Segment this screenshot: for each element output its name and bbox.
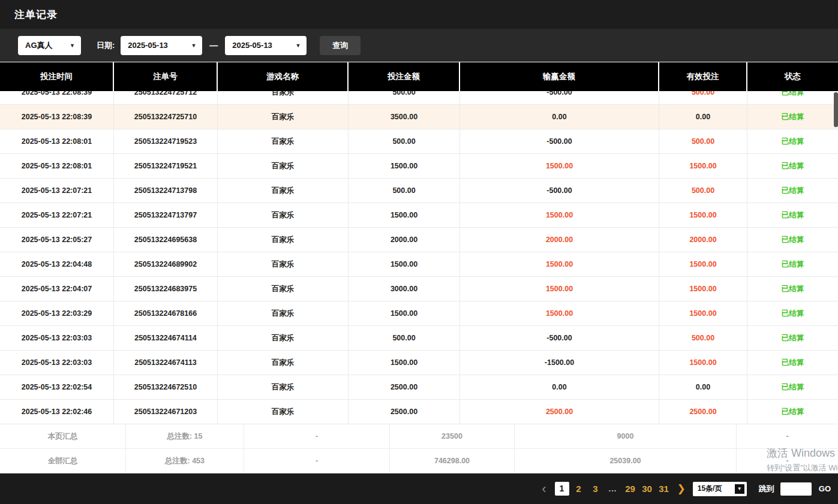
cell-order-no: 250513224674113 [114, 351, 218, 375]
jump-page-input[interactable] [780, 482, 812, 496]
cell-status: 已结算 [747, 375, 838, 399]
cell-game-name: 百家乐 [218, 179, 349, 203]
cell-bet-time: 2025-05-13 22:03:29 [0, 301, 114, 325]
summary-page-bet-total: 23500 [390, 424, 515, 448]
page-button-3[interactable]: 3 [588, 484, 603, 494]
table-row: 2025-05-13 22:02:46 250513224671203 百家乐 … [0, 400, 838, 424]
cell-status: 已结算 [747, 228, 838, 252]
cell-bet-amount: 3500.00 [349, 105, 460, 129]
date-from-select[interactable]: 2025-05-13 ▼ [121, 36, 202, 55]
cell-order-no: 250513224695638 [114, 228, 218, 252]
table-row: 2025-05-13 22:07:21 250513224713798 百家乐 … [0, 179, 838, 203]
table-row: 2025-05-13 22:04:48 250513224689902 百家乐 … [0, 252, 838, 277]
cell-status: 已结算 [747, 154, 838, 178]
cell-status: 已结算 [747, 326, 838, 350]
cell-bet-time: 2025-05-13 22:03:03 [0, 326, 114, 350]
cell-status: 已结算 [747, 203, 838, 227]
page-title: 注单记录 [14, 8, 58, 22]
cell-status: 已结算 [747, 252, 838, 276]
cell-bet-amount: 3000.00 [349, 277, 460, 301]
cell-game-name: 百家乐 [218, 91, 349, 104]
cell-valid-bet: 500.00 [659, 129, 747, 153]
cell-winloss: 2000.00 [460, 228, 659, 252]
summary-all-bet-count: 总注数: 453 [126, 449, 244, 473]
cell-bet-amount: 2000.00 [349, 228, 460, 252]
cell-valid-bet: 0.00 [659, 375, 747, 399]
cell-winloss: 1500.00 [460, 252, 659, 276]
cell-order-no: 250513224671203 [114, 400, 218, 424]
cell-order-no: 250513224683975 [114, 277, 218, 301]
table-row: 2025-05-13 22:08:01 250513224719521 百家乐 … [0, 154, 838, 179]
prev-page-button[interactable]: ‹ [542, 482, 546, 496]
summary-row-page: 本页汇总 总注数: 15 - 23500 9000 - [0, 424, 838, 449]
table-header: 投注时间 注单号 游戏名称 投注金额 输赢金额 有效投注 状态 [0, 62, 838, 91]
table-body: 2025-05-13 22:08:39 250513224725712 百家乐 … [0, 91, 838, 424]
cell-status: 已结算 [747, 277, 838, 301]
game-type-select[interactable]: AG真人 ▼ [18, 36, 81, 55]
cell-bet-amount: 500.00 [349, 91, 460, 104]
summary-page-valid-total: - [737, 424, 838, 448]
date-label: 日期: [97, 40, 115, 51]
cell-bet-time: 2025-05-13 22:04:07 [0, 277, 114, 301]
cell-bet-time: 2025-05-13 22:08:39 [0, 91, 114, 104]
page-button-29[interactable]: 29 [623, 484, 638, 494]
chevron-down-icon: ▼ [70, 43, 75, 49]
cell-status: 已结算 [747, 301, 838, 325]
chevron-down-icon: ▼ [295, 43, 301, 49]
cell-game-name: 百家乐 [218, 252, 349, 276]
filter-bar: AG真人 ▼ 日期: 2025-05-13 ▼ — 2025-05-13 ▼ 查… [0, 29, 838, 62]
cell-bet-amount: 1500.00 [349, 252, 460, 276]
cell-valid-bet: 2000.00 [659, 228, 747, 252]
cell-game-name: 百家乐 [218, 105, 349, 129]
page-size-select[interactable]: 15条/页 ▼ [693, 482, 747, 496]
next-page-button[interactable]: ❯ [677, 482, 686, 495]
table-row: 2025-05-13 22:05:27 250513224695638 百家乐 … [0, 228, 838, 252]
summary-section: 本页汇总 总注数: 15 - 23500 9000 - 全部汇总 总注数: 45… [0, 424, 838, 473]
page-button-31[interactable]: 31 [657, 484, 671, 494]
summary-page-label: 本页汇总 [0, 424, 126, 448]
page-button-2[interactable]: 2 [572, 484, 586, 494]
cell-bet-amount: 500.00 [349, 179, 460, 203]
cell-order-no: 250513224713797 [114, 203, 218, 227]
go-button[interactable]: GO [819, 484, 831, 493]
cell-valid-bet: 1500.00 [659, 351, 747, 375]
table-row: 2025-05-13 22:04:07 250513224683975 百家乐 … [0, 277, 838, 301]
summary-all-bet-total: 746298.00 [390, 449, 515, 473]
cell-winloss: 0.00 [460, 375, 659, 399]
date-to-select[interactable]: 2025-05-13 ▼ [225, 36, 307, 55]
cell-valid-bet: 1500.00 [659, 203, 747, 227]
page-button-1[interactable]: 1 [555, 482, 569, 496]
cell-game-name: 百家乐 [218, 203, 349, 227]
cell-valid-bet: 500.00 [659, 179, 747, 203]
query-button[interactable]: 查询 [320, 36, 361, 55]
cell-order-no: 250513224719521 [114, 154, 218, 178]
page-ellipsis: ... [609, 484, 617, 493]
cell-order-no: 250513224672510 [114, 375, 218, 399]
cell-game-name: 百家乐 [218, 400, 349, 424]
column-header-winloss: 输赢金额 [460, 62, 659, 91]
scrollbar-thumb[interactable] [834, 92, 838, 127]
table-row: 2025-05-13 22:03:03 250513224674113 百家乐 … [0, 351, 838, 375]
table-row: 2025-05-13 22:03:03 250513224674114 百家乐 … [0, 326, 838, 351]
cell-order-no: 250513224725712 [114, 91, 218, 104]
date-to-value: 2025-05-13 [232, 41, 272, 50]
cell-valid-bet: 500.00 [659, 91, 747, 104]
column-header-valid-bet: 有效投注 [659, 62, 747, 91]
cell-bet-amount: 2500.00 [349, 375, 460, 399]
table-row: 2025-05-13 22:08:39 250513224725712 百家乐 … [0, 91, 838, 105]
cell-valid-bet: 2500.00 [659, 400, 747, 424]
cell-bet-time: 2025-05-13 22:07:21 [0, 203, 114, 227]
column-header-game-name: 游戏名称 [218, 62, 349, 91]
summary-page-bet-count: 总注数: 15 [126, 424, 244, 448]
summary-all-winloss-total: 25039.00 [515, 449, 737, 473]
bet-records-table: 投注时间 注单号 游戏名称 投注金额 输赢金额 有效投注 状态 2025-05-… [0, 62, 838, 473]
chevron-down-icon: ▼ [735, 484, 744, 494]
page-button-30[interactable]: 30 [640, 484, 654, 494]
table-row: 2025-05-13 22:07:21 250513224713797 百家乐 … [0, 203, 838, 228]
cell-winloss: -500.00 [460, 91, 659, 104]
jump-to-label: 跳到 [759, 484, 774, 494]
table-row: 2025-05-13 22:08:39 250513224725710 百家乐 … [0, 105, 838, 129]
cell-winloss: 1500.00 [460, 203, 659, 227]
cell-game-name: 百家乐 [218, 375, 349, 399]
summary-page-game: - [244, 424, 390, 448]
